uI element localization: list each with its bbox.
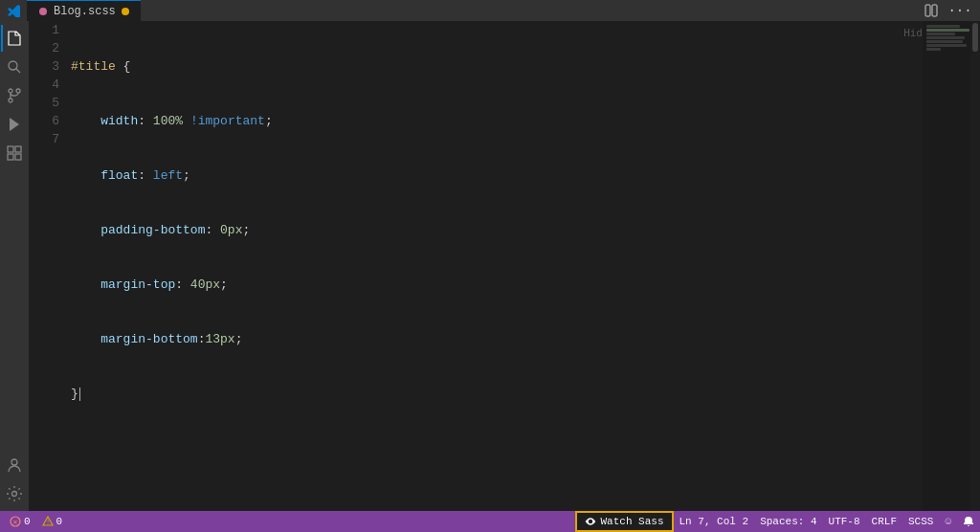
extensions-icon[interactable] [1, 140, 28, 166]
line-ending[interactable]: CRLF [866, 511, 902, 532]
activity-bar-bottom [1, 452, 28, 511]
settings-icon[interactable] [1, 480, 28, 507]
encoding[interactable]: UTF-8 [823, 511, 866, 532]
tab-blog-scss[interactable]: Blog.scss [27, 0, 141, 21]
code-editor[interactable]: 1 2 3 4 5 6 7 #title { width: 100% !impo… [29, 21, 980, 511]
language-text: SCSS [908, 516, 933, 527]
cursor-position[interactable]: Ln 7, Col 2 [674, 511, 755, 532]
main-area: 1 2 3 4 5 6 7 #title { width: 100% !impo… [0, 21, 980, 511]
editor-scrollbar[interactable] [970, 21, 980, 511]
svg-rect-11 [8, 154, 13, 160]
code-line-1: #title { [71, 57, 923, 76]
title-bar: Blog.scss ··· [0, 0, 980, 21]
svg-point-0 [39, 8, 47, 15]
feedback-button[interactable]: ☺ [939, 511, 957, 532]
svg-point-5 [9, 89, 12, 93]
minimap [923, 21, 970, 511]
svg-rect-9 [8, 146, 13, 152]
svg-line-4 [16, 69, 20, 73]
svg-rect-2 [932, 5, 937, 16]
svg-rect-1 [925, 5, 930, 16]
search-icon[interactable] [1, 54, 28, 80]
watch-sass-button[interactable]: Watch Sass [575, 511, 674, 532]
title-bar-left: Blog.scss [8, 0, 141, 21]
svg-point-6 [16, 89, 20, 93]
svg-point-14 [12, 492, 17, 497]
warning-icon: ! [42, 516, 54, 527]
scrollbar-thumb[interactable] [972, 23, 978, 52]
bell-icon [963, 516, 974, 527]
feedback-icon: ☺ [945, 516, 951, 527]
code-line-2: width: 100% !important; [71, 112, 923, 130]
svg-point-3 [9, 61, 17, 70]
eye-icon [585, 516, 596, 527]
hint-text: Hid [903, 27, 923, 39]
encoding-text: UTF-8 [829, 516, 860, 527]
vscode-logo-icon [8, 4, 21, 17]
code-line-7: } [71, 385, 923, 403]
status-bar: ✕ 0 ! 0 Watch Sass Ln 7, Col 2 Spaces: 4 [0, 511, 980, 532]
error-icon: ✕ [10, 516, 21, 527]
svg-point-19 [589, 521, 590, 522]
indentation[interactable]: Spaces: 4 [754, 511, 822, 532]
code-content[interactable]: #title { width: 100% !important; float: … [67, 21, 923, 511]
svg-point-13 [11, 459, 17, 465]
files-icon[interactable] [1, 25, 28, 52]
language-mode[interactable]: SCSS [902, 511, 939, 532]
sass-file-icon [38, 7, 48, 16]
split-editor-button[interactable] [919, 3, 944, 18]
svg-point-7 [9, 99, 12, 102]
svg-text:!: ! [46, 519, 50, 526]
warnings-indicator[interactable]: ! 0 [36, 511, 69, 532]
warning-count: 0 [56, 516, 63, 527]
status-bar-left: ✕ 0 ! 0 [0, 511, 68, 532]
watch-sass-label: Watch Sass [601, 516, 664, 527]
errors-indicator[interactable]: ✕ 0 [4, 511, 36, 532]
code-line-3: float: left; [71, 166, 923, 185]
svg-rect-10 [15, 146, 21, 152]
notifications-button[interactable] [957, 511, 980, 532]
more-actions-button[interactable]: ··· [947, 3, 972, 18]
activity-bar [0, 21, 29, 511]
line-numbers: 1 2 3 4 5 6 7 [29, 21, 67, 511]
tab-label: Blog.scss [54, 5, 116, 18]
svg-rect-12 [15, 154, 21, 160]
code-line-5: margin-top: 40px; [71, 276, 923, 294]
account-icon[interactable] [1, 452, 28, 478]
tab-modified-dot [122, 8, 129, 15]
svg-marker-8 [10, 118, 19, 131]
source-control-icon[interactable] [1, 82, 28, 109]
position-text: Ln 7, Col 2 [679, 516, 749, 527]
spaces-text: Spaces: 4 [760, 516, 816, 527]
code-line-6: margin-bottom:13px; [71, 330, 923, 348]
debug-icon[interactable] [1, 111, 28, 138]
svg-text:✕: ✕ [13, 518, 18, 526]
error-count: 0 [24, 516, 31, 527]
status-bar-right: Watch Sass Ln 7, Col 2 Spaces: 4 UTF-8 C… [575, 511, 981, 532]
text-cursor [79, 388, 81, 401]
tab-bar: Blog.scss [27, 0, 141, 21]
code-line-4: padding-bottom: 0px; [71, 221, 923, 239]
line-ending-text: CRLF [872, 516, 897, 527]
editor-area: 1 2 3 4 5 6 7 #title { width: 100% !impo… [29, 21, 980, 511]
title-bar-right: ··· [919, 3, 972, 18]
